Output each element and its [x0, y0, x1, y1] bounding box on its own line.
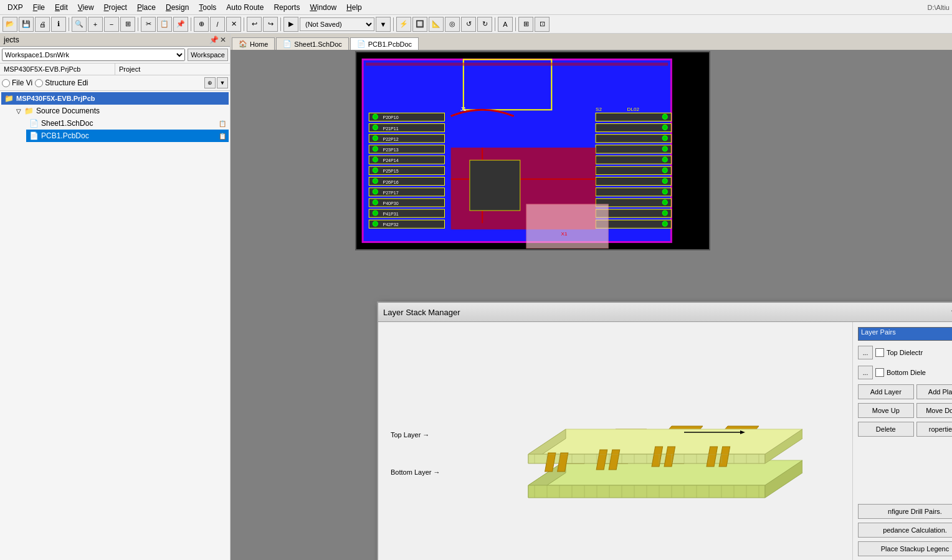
- toolbar-3d[interactable]: 📐: [429, 17, 444, 32]
- layer-pairs-select[interactable]: Layer Pairs: [858, 327, 952, 341]
- bottom-layer-label: Bottom Layer →: [391, 468, 440, 476]
- file-view-label[interactable]: File Vi: [2, 78, 32, 87]
- toolbar-rotate[interactable]: ↺: [461, 17, 476, 32]
- svg-point-33: [373, 178, 378, 183]
- svg-rect-10: [369, 177, 444, 185]
- menu-autoroute[interactable]: Auto Route: [221, 2, 269, 13]
- svg-rect-14: [369, 220, 444, 228]
- svg-text:X1: X1: [561, 231, 568, 237]
- panel-close-icon[interactable]: ✕: [220, 36, 226, 44]
- top-layer-text: Top Layer →: [391, 431, 429, 439]
- toolbar-notsaved-combo[interactable]: (Not Saved): [300, 17, 374, 31]
- svg-rect-20: [596, 166, 671, 174]
- toolbar-grid[interactable]: ⊞: [518, 17, 533, 32]
- layer-pairs-dropdown: Layer Pairs ▼: [858, 327, 952, 341]
- workspace-combo[interactable]: Workspace1.DsnWrk: [2, 49, 185, 61]
- panel-pin-icon[interactable]: 📌: [209, 36, 219, 44]
- file-view-radio[interactable]: [2, 79, 10, 87]
- toolbar-pcb[interactable]: 🔲: [412, 17, 427, 32]
- view-icon-2[interactable]: ▼: [217, 77, 228, 88]
- svg-rect-7: [369, 145, 444, 153]
- add-layer-button[interactable]: Add Layer: [858, 384, 914, 399]
- pcb-3d-svg: [478, 361, 802, 523]
- toolbar-antenna[interactable]: ◎: [445, 17, 460, 32]
- menu-project[interactable]: Project: [99, 2, 132, 13]
- svg-text:P26P16: P26P16: [383, 180, 398, 184]
- tab-home-label: Home: [250, 40, 268, 48]
- toolbar-zoom-in[interactable]: +: [88, 17, 103, 32]
- menubar: DXP File Edit View Project Place Design …: [0, 0, 952, 15]
- toolbar-print[interactable]: 🖨: [35, 17, 50, 32]
- menu-window[interactable]: Window: [305, 2, 341, 13]
- svg-point-27: [373, 114, 378, 119]
- move-down-button[interactable]: Move Down: [916, 403, 953, 418]
- menu-design[interactable]: Design: [161, 2, 194, 13]
- add-plane-button[interactable]: Add Plane: [916, 384, 953, 399]
- toolbar-rotate2[interactable]: ↻: [477, 17, 492, 32]
- svg-point-29: [373, 136, 378, 141]
- menu-help[interactable]: Help: [341, 2, 367, 13]
- toolbar-cross[interactable]: ✕: [226, 17, 241, 32]
- properties-button[interactable]: roperties .: [916, 422, 953, 437]
- svg-point-44: [662, 178, 667, 183]
- svg-rect-15: [596, 113, 671, 121]
- toolbar-info[interactable]: ℹ: [51, 17, 66, 32]
- toolbar-cut[interactable]: ✂: [141, 17, 156, 32]
- toolbar-combo-drop[interactable]: ▼: [376, 17, 391, 32]
- structure-view-radio[interactable]: [35, 79, 43, 87]
- configure-drill-button[interactable]: nfigure Drill Pairs.: [858, 504, 952, 519]
- menu-dxp[interactable]: DXP: [2, 2, 28, 13]
- bottom-dielectric-checkbox[interactable]: [875, 368, 884, 377]
- tab-sheet1[interactable]: 📄 Sheet1.SchDoc: [276, 37, 348, 50]
- toolbar-line[interactable]: /: [210, 17, 225, 32]
- tree-pcb1[interactable]: 📄 PCB1.PcbDoc 📋: [26, 130, 229, 142]
- toolbar-wire[interactable]: ⊕: [194, 17, 209, 32]
- menu-place[interactable]: Place: [132, 2, 161, 13]
- toolbar-zoom-out[interactable]: −: [104, 17, 119, 32]
- tree-sheet1-label: Sheet1.SchDoc: [41, 119, 93, 128]
- menu-edit[interactable]: Edit: [50, 2, 73, 13]
- tab-home[interactable]: 🏠 Home: [232, 37, 275, 50]
- toolbar-copy[interactable]: 📋: [157, 17, 172, 32]
- menu-tools[interactable]: Tools: [194, 2, 221, 13]
- top-dielectric-row: ... Top Dielectr: [858, 344, 952, 361]
- menu-file[interactable]: File: [28, 2, 50, 13]
- spacer: [858, 440, 952, 500]
- svg-text:P22P12: P22P12: [383, 137, 398, 141]
- impedance-button[interactable]: pedance Calculation.: [858, 523, 952, 538]
- view-icon-1[interactable]: ⊕: [204, 77, 216, 88]
- top-dielectric-label: Top Dielectr: [887, 349, 952, 356]
- toolbar-zoom-region[interactable]: 🔍: [72, 17, 87, 32]
- bottom-layer-text: Bottom Layer →: [391, 468, 440, 476]
- move-up-button[interactable]: Move Up: [858, 403, 914, 418]
- toolbar-schematic[interactable]: ⚡: [396, 17, 411, 32]
- toolbar-save[interactable]: 💾: [19, 17, 34, 32]
- workspace-button[interactable]: Workspace: [188, 49, 228, 61]
- toolbar-paste[interactable]: 📌: [173, 17, 188, 32]
- left-panel: jects 📌 ✕ Workspace1.DsnWrk Workspace MS…: [0, 34, 231, 560]
- menu-view[interactable]: View: [73, 2, 99, 13]
- menu-reports[interactable]: Reports: [269, 2, 305, 13]
- separator-7: [495, 17, 495, 31]
- structure-view-label[interactable]: Structure Edi: [35, 78, 88, 87]
- add-buttons-row: Add Layer Add Plane: [858, 384, 952, 399]
- tree-sheet1[interactable]: 📄 Sheet1.SchDoc 📋: [26, 117, 229, 130]
- tab-pcb1[interactable]: 📄 PCB1.PcbDoc: [350, 37, 419, 50]
- toolbar-zoom-fit[interactable]: ⊞: [120, 17, 135, 32]
- place-stackup-button[interactable]: Place Stackup Legenc: [858, 541, 952, 556]
- toolbar-open[interactable]: 📂: [2, 17, 17, 32]
- project-button[interactable]: Project: [115, 64, 230, 75]
- tree-root[interactable]: 📁 MSP430F5X-EVB.PrjPcb: [1, 92, 229, 105]
- toolbar-run[interactable]: ▶: [283, 17, 298, 32]
- toolbar-text[interactable]: A: [498, 17, 513, 32]
- bottom-dielectric-btn[interactable]: ...: [858, 366, 873, 379]
- svg-text:S2: S2: [596, 107, 602, 112]
- tree-children: ▽ 📁 Source Documents 📄 Sheet1.SchDoc 📋 📄…: [1, 105, 229, 142]
- delete-button[interactable]: Delete: [858, 422, 914, 437]
- top-dielectric-checkbox[interactable]: [875, 348, 884, 357]
- top-dielectric-btn[interactable]: ...: [858, 346, 873, 359]
- toolbar-grid2[interactable]: ⊡: [535, 17, 550, 32]
- tree-source-docs-folder[interactable]: ▽ 📁 Source Documents: [14, 105, 229, 117]
- toolbar-redo[interactable]: ↪: [263, 17, 278, 32]
- toolbar-undo[interactable]: ↩: [247, 17, 262, 32]
